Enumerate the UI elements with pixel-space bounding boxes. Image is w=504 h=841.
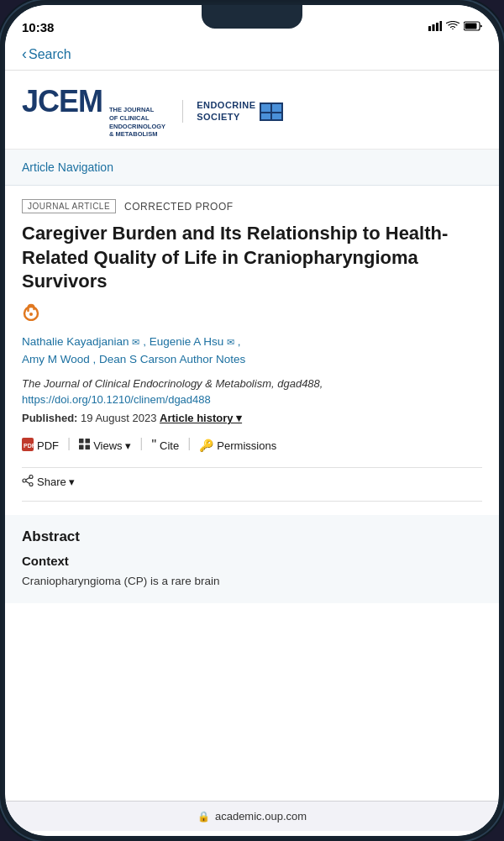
author-4-link[interactable]: Dean S Carson [99,353,176,365]
endocrine-text: ENDOCRINE SOCIETY [197,100,256,122]
corrected-proof-badge: CORRECTED PROOF [124,201,234,213]
pdf-icon: PDF [22,438,34,454]
signal-icon [428,21,442,34]
permissions-button[interactable]: 🔑 Permissions [199,436,276,455]
status-time: 10:38 [22,20,54,34]
svg-rect-9 [261,113,270,119]
article-content: JOURNAL ARTICLE CORRECTED PROOF Caregive… [5,186,499,515]
published-line: Published: 19 August 2023 Article histor… [22,412,482,424]
share-icon [22,475,34,489]
nav-bar: ‹ Search [5,42,499,71]
article-history-button[interactable]: Article history ▾ [160,412,242,424]
context-text: Craniopharyngioma (CP) is a rare brain [22,573,482,590]
notch [202,5,302,29]
author-3-link[interactable]: Amy M Wood [22,353,90,365]
svg-rect-15 [79,439,84,444]
article-tags: JOURNAL ARTICLE CORRECTED PROOF [22,199,482,213]
svg-rect-8 [272,104,281,112]
svg-rect-2 [436,23,438,31]
phone-inner: 10:38 [5,5,499,836]
context-title: Context [22,554,482,568]
svg-point-21 [29,482,33,486]
svg-point-12 [29,313,33,316]
status-bar: 10:38 [5,5,499,42]
published-label: Published: [22,412,77,424]
share-label: Share ▾ [37,476,75,488]
article-navigation-bar[interactable]: Article Navigation [5,150,499,186]
pdf-label: PDF [37,439,59,452]
svg-rect-0 [428,26,431,31]
svg-rect-18 [86,445,91,450]
status-icons [428,19,482,34]
back-chevron-icon: ‹ [22,45,27,63]
svg-line-23 [26,481,29,484]
key-icon: 🔑 [199,439,213,452]
grid-icon [79,439,90,452]
svg-rect-5 [465,24,477,29]
endocrine-graphic-icon [260,102,283,121]
battery-icon [464,19,482,34]
author-2-link[interactable]: Eugenie A Hsu [150,335,224,348]
url-text: academic.oup.com [215,810,307,823]
views-button[interactable]: Views ▾ [79,436,131,455]
jcem-logo: JCEM THE JOURNAL OF CLINICAL ENDOCRINOLO… [22,84,165,139]
share-bar[interactable]: Share ▾ [22,475,482,502]
svg-rect-16 [86,439,91,444]
screen: 10:38 [5,5,499,836]
content-area[interactable]: JCEM THE JOURNAL OF CLINICAL ENDOCRINOLO… [5,71,499,801]
views-label: Views ▾ [93,439,131,452]
svg-point-19 [29,475,33,478]
svg-rect-1 [433,24,435,31]
published-date: 19 August 2023 [81,412,156,424]
journal-article-badge: JOURNAL ARTICLE [22,199,116,213]
journal-reference: The Journal of Clinical Endocrinology & … [22,376,482,408]
action-bar: PDF PDF | [22,436,482,468]
abstract-title: Abstract [22,528,482,545]
authors-line: Nathalie Kayadjanian ✉ , Eugenie A Hsu ✉… [22,333,482,369]
back-button[interactable]: ‹ Search [22,45,71,63]
article-title: Caregiver Burden and Its Relationship to… [22,222,482,294]
jcem-letters: JCEM [22,84,102,119]
abstract-section: Abstract Context Craniopharyngioma (CP) … [5,515,499,603]
open-access-icon [22,302,482,326]
lock-icon: 🔒 [197,811,210,823]
address-bar: 🔒 academic.oup.com [5,801,499,831]
pdf-button[interactable]: PDF PDF [22,436,59,455]
author-notes-link[interactable]: Author Notes [179,353,245,365]
cite-icon: " [151,439,156,452]
svg-rect-10 [272,113,281,119]
cite-label: Cite [160,439,179,452]
journal-header: JCEM THE JOURNAL OF CLINICAL ENDOCRINOLO… [5,71,499,150]
svg-text:PDF: PDF [24,443,34,449]
svg-rect-3 [440,21,443,31]
author-1-envelope-icon: ✉ [132,337,139,347]
wifi-icon [446,20,459,34]
cite-button[interactable]: " Cite [151,436,179,455]
svg-point-20 [23,479,26,482]
back-label: Search [29,47,71,62]
author-1-link[interactable]: Nathalie Kayadjanian [22,335,129,348]
article-navigation-label[interactable]: Article Navigation [22,160,113,174]
author-2-envelope-icon: ✉ [227,337,234,347]
svg-line-22 [26,477,29,480]
svg-rect-17 [79,445,84,450]
jcem-subtitle: THE JOURNAL OF CLINICAL ENDOCRINOLOGY & … [109,106,165,139]
doi-link[interactable]: https://doi.org/10.1210/clinem/dgad488 [22,393,211,406]
permissions-label: Permissions [217,439,276,452]
phone-frame: 10:38 [0,0,504,841]
endocrine-logo: ENDOCRINE SOCIETY [182,100,283,122]
svg-rect-7 [261,104,270,112]
